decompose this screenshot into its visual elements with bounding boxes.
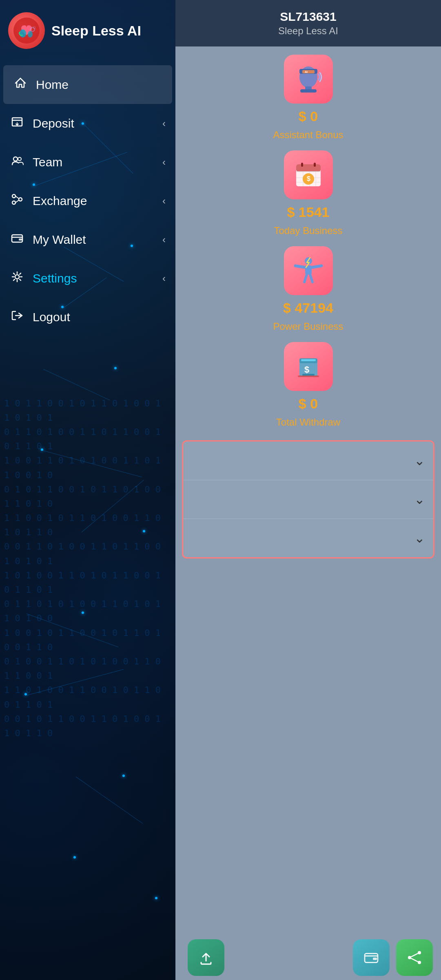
- my-wallet-chevron: ‹: [162, 234, 166, 245]
- dropdown-item-2[interactable]: ⌄: [183, 480, 433, 519]
- content-header: SL713631 Sleep Less AI: [175, 0, 441, 46]
- assistant-bonus-label: Assistant Bonus: [273, 129, 343, 141]
- upload-button[interactable]: [188, 939, 224, 976]
- svg-rect-39: [298, 375, 319, 377]
- settings-chevron: ‹: [162, 273, 166, 284]
- nav-menu: Home Deposit ‹: [0, 65, 175, 336]
- chevron-down-1: ⌄: [414, 453, 425, 468]
- wallet-button[interactable]: [353, 939, 390, 976]
- sidebar-header: Sleep Less AI: [0, 0, 175, 61]
- nav-label-settings: Settings: [33, 271, 154, 285]
- svg-rect-16: [302, 70, 315, 73]
- svg-rect-31: [314, 163, 316, 167]
- chevron-down-3: ⌄: [414, 530, 425, 546]
- svg-rect-41: [373, 958, 377, 960]
- svg-point-6: [13, 157, 18, 161]
- nav-label-home: Home: [36, 78, 162, 92]
- svg-point-44: [418, 961, 421, 964]
- chevron-down-2: ⌄: [414, 492, 425, 507]
- svg-rect-30: [301, 163, 303, 167]
- settings-icon: [10, 270, 24, 286]
- nav-item-logout[interactable]: Logout: [0, 298, 175, 336]
- assistant-bonus-icon: AI: [284, 55, 333, 104]
- deposit-chevron: ‹: [162, 118, 166, 129]
- total-withdraw-amount: $ 0: [299, 396, 318, 412]
- nav-item-my-wallet[interactable]: My Wallet ‹: [0, 220, 175, 259]
- home-icon: [13, 77, 28, 93]
- svg-text:$: $: [304, 364, 309, 375]
- dropdown-section: ⌄ ⌄ ⌄: [182, 440, 434, 558]
- svg-point-42: [408, 956, 411, 959]
- nav-label-logout: Logout: [33, 310, 166, 324]
- today-business-amount: $ 1541: [287, 204, 330, 220]
- bottom-nav: [175, 935, 441, 980]
- logo-icon: [12, 16, 41, 45]
- svg-text:$: $: [307, 175, 310, 182]
- team-icon: [10, 154, 24, 170]
- stat-card-power-business: $ 47194 Power Business: [182, 246, 434, 332]
- dropdown-item-1[interactable]: ⌄: [183, 441, 433, 480]
- svg-point-13: [15, 275, 19, 279]
- nav-item-deposit[interactable]: Deposit ‹: [0, 104, 175, 143]
- main-content: SL713631 Sleep Less AI AI: [175, 0, 441, 980]
- nav-item-exchange[interactable]: Exchange ‹: [0, 181, 175, 220]
- app-title: Sleep Less AI: [51, 23, 141, 39]
- user-id: SL713631: [184, 10, 433, 24]
- user-subtitle: Sleep Less AI: [184, 25, 433, 37]
- assistant-bonus-amount: $ 0: [299, 108, 318, 124]
- stat-card-total-withdraw: $ $ 0 Total Withdraw: [182, 342, 434, 428]
- total-withdraw-icon: $: [284, 342, 333, 391]
- svg-rect-21: [296, 164, 321, 172]
- exchange-chevron: ‹: [162, 195, 166, 207]
- dropdown-item-3[interactable]: ⌄: [183, 519, 433, 557]
- exchange-icon: [10, 193, 24, 209]
- sidebar: 1 0 1 1 0 0 1 0 1 1 0 1 0 0 1 1 0 1 0 1 …: [0, 0, 175, 980]
- svg-point-9: [19, 198, 22, 201]
- team-chevron: ‹: [162, 157, 166, 168]
- svg-point-1: [20, 29, 26, 38]
- nav-item-team[interactable]: Team ‹: [0, 143, 175, 181]
- svg-point-8: [12, 194, 16, 198]
- nav-label-exchange: Exchange: [33, 194, 154, 208]
- power-business-amount: $ 47194: [283, 300, 333, 316]
- svg-point-10: [12, 201, 16, 204]
- svg-point-2: [28, 31, 33, 38]
- svg-text:AI: AI: [305, 71, 308, 73]
- svg-point-43: [418, 951, 421, 954]
- stat-card-assistant-bonus: AI $ 0 Assistant Bonus: [182, 55, 434, 141]
- svg-rect-19: [300, 89, 317, 93]
- power-business-icon: [284, 246, 333, 295]
- binary-bg: 1 0 1 1 0 0 1 0 1 1 0 1 0 0 1 1 0 1 0 1 …: [0, 392, 175, 980]
- nav-label-my-wallet: My Wallet: [33, 233, 154, 247]
- nav-item-settings[interactable]: Settings ‹: [0, 259, 175, 298]
- today-business-label: Today Business: [274, 225, 342, 236]
- nav-item-home[interactable]: Home: [3, 65, 172, 104]
- svg-point-7: [18, 157, 21, 161]
- share-button[interactable]: [396, 939, 433, 976]
- svg-rect-12: [19, 238, 22, 241]
- nav-label-team: Team: [33, 155, 154, 169]
- stat-card-today-business: $ $ 1541 Today Business: [182, 150, 434, 236]
- wallet-icon: [10, 232, 24, 247]
- stats-container: AI $ 0 Assistant Bonus: [175, 46, 441, 436]
- logout-icon: [10, 309, 24, 325]
- deposit-icon: [10, 115, 24, 131]
- total-withdraw-label: Total Withdraw: [276, 417, 340, 428]
- nav-label-deposit: Deposit: [33, 117, 154, 130]
- svg-rect-36: [301, 359, 316, 361]
- today-business-icon: $: [284, 150, 333, 199]
- power-business-label: Power Business: [273, 321, 343, 332]
- app-logo: [8, 12, 45, 49]
